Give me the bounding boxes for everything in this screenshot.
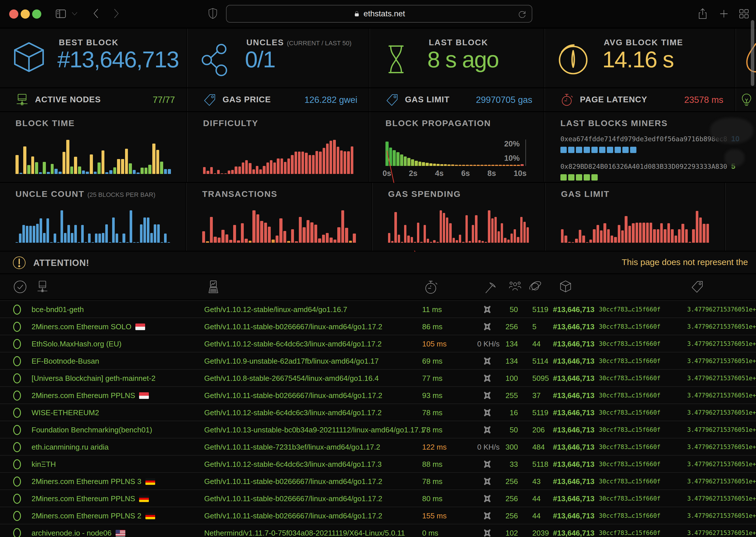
- bar: [299, 217, 302, 243]
- bar: [119, 242, 122, 243]
- node-pending: 5118: [532, 456, 548, 473]
- table-row[interactable]: 2Miners.com Ethereum PPLNSGeth/v1.10.11-…: [0, 386, 756, 403]
- node-latency: 80 ms: [422, 490, 443, 507]
- reload-button[interactable]: [517, 9, 527, 19]
- node-latency: 88 ms: [422, 456, 443, 473]
- bar: [22, 225, 25, 243]
- bar: [341, 210, 344, 243]
- node-total-difficulty: 3.477962715376051e+2: [687, 404, 756, 421]
- table-row[interactable]: 2Miners.com Ethereum PPLNSGeth/v1.10.11-…: [0, 489, 756, 507]
- table-row[interactable]: 2Miners.com Ethereum PPLNS 3Geth/v1.10.1…: [0, 472, 756, 489]
- bar: [347, 151, 350, 174]
- bar: [150, 233, 153, 243]
- node-name: Foundation Benchmarking(bench01): [31, 421, 152, 438]
- bar: [653, 229, 656, 243]
- table-row[interactable]: kinΞTHGeth/v1.10.12-stable-6c4dc6c3/linu…: [0, 455, 756, 472]
- bar: [440, 210, 442, 243]
- bar: [322, 235, 325, 243]
- block-propagation-panel: BLOCK PROPAGATION 20% 10% 0s 2s 4s 6s 8s…: [369, 112, 544, 182]
- new-tab-button[interactable]: [718, 7, 730, 21]
- peers-column-icon[interactable]: [507, 279, 523, 294]
- chevron-down-icon[interactable]: [71, 11, 78, 17]
- close-window-button[interactable]: [9, 10, 18, 19]
- table-row[interactable]: 2Miners.com Ethereum PPLNS 2Geth/v1.10.1…: [0, 507, 756, 524]
- uptime-panel-partial: [735, 88, 756, 111]
- bar: [527, 227, 529, 243]
- node-block-hash: 30ccf783…c15f660f: [599, 318, 660, 335]
- table-row[interactable]: archivenode.io - node06Nethermind/v1.11.…: [0, 524, 756, 537]
- client-column-icon[interactable]: [206, 279, 221, 295]
- table-row[interactable]: Foundation Benchmarking(bench01)Geth/v1.…: [0, 421, 756, 438]
- node-latency: 0 ms: [422, 524, 438, 537]
- bar: [203, 167, 206, 174]
- stopwatch-icon: [560, 93, 574, 107]
- bar: [156, 150, 159, 174]
- table-row[interactable]: 2Miners.com Ethereum SOLOGeth/v1.10.11-s…: [0, 317, 756, 335]
- bar: [164, 169, 167, 174]
- table-row[interactable]: eth.icanmining.ru aridiaGeth/v1.10.11-st…: [0, 438, 756, 455]
- forward-button[interactable]: [110, 7, 123, 20]
- bar: [498, 231, 500, 243]
- back-button[interactable]: [89, 7, 103, 20]
- bar: [475, 215, 477, 243]
- node-peers: 256: [488, 473, 518, 490]
- miner-entry[interactable]: 0x829BD824B016326A401d083B33D092293333A8…: [560, 162, 744, 181]
- privacy-shield-icon[interactable]: [207, 7, 219, 20]
- node-status-cell: [13, 335, 21, 352]
- mining-column-icon[interactable]: [483, 279, 498, 295]
- latency-column-icon[interactable]: [424, 279, 439, 295]
- table-row[interactable]: WISE-ETHEREUM2Geth/v1.10.12-stable-6c4dc…: [0, 403, 756, 421]
- zoom-window-button[interactable]: [32, 10, 41, 19]
- node-latency: 78 ms: [422, 421, 443, 438]
- block-column-icon[interactable]: [558, 279, 573, 295]
- bar: [488, 165, 491, 166]
- node-block-number: #13,646,713: [553, 404, 595, 421]
- bar: [385, 142, 389, 166]
- node-peers: 255: [488, 387, 518, 404]
- bar: [572, 242, 574, 243]
- node-block-number: #13,646,713: [553, 318, 595, 335]
- address-bar[interactable]: ethstats.net: [226, 5, 532, 22]
- bar: [429, 163, 432, 166]
- tab-overview-button[interactable]: [738, 7, 750, 21]
- node-status-cell: [13, 473, 21, 490]
- scrollbar-thumb[interactable]: [751, 20, 754, 86]
- bar: [78, 166, 81, 174]
- share-button[interactable]: [696, 7, 709, 21]
- bar: [451, 164, 454, 166]
- bar: [140, 225, 143, 243]
- node-block-number: #13,646,713: [553, 352, 595, 370]
- table-row[interactable]: EthSolo.MaxHash.org (EU)Geth/v1.10.12-st…: [0, 335, 756, 352]
- node-pending: 44: [532, 507, 541, 524]
- node-status-icon: [13, 356, 21, 366]
- status-check-circle-icon[interactable]: [13, 279, 27, 294]
- sidebar-toggle-icon[interactable]: [54, 7, 68, 21]
- node-peers: 50: [488, 301, 518, 318]
- bar: [706, 224, 709, 243]
- bar: [256, 214, 259, 243]
- bar: [16, 242, 18, 243]
- node-block-hash: 30ccf783…c15f660f: [599, 370, 660, 387]
- bar: [288, 158, 290, 174]
- bar: [568, 242, 571, 243]
- minimize-window-button[interactable]: [21, 10, 30, 19]
- table-row[interactable]: bce-bnd01-gethGeth/v1.10.12-stable/linux…: [0, 300, 756, 317]
- node-status-cell: [13, 352, 21, 370]
- bar: [50, 242, 53, 243]
- bar: [411, 159, 414, 166]
- bar: [202, 231, 205, 243]
- node-total-difficulty: 3.477962715376051e+2: [687, 352, 756, 370]
- avg-block-time-label: AVG BLOCK TIME: [604, 38, 683, 47]
- bar: [221, 173, 223, 174]
- bar: [330, 237, 333, 243]
- flag-us-icon: [115, 530, 125, 536]
- node-client-version: Geth/v1.10.11-stable-b0266667/linux-amd6…: [204, 507, 382, 524]
- pending-column-icon[interactable]: [527, 279, 543, 294]
- table-row[interactable]: [Universa Blockchain] geth-mainnet-2Geth…: [0, 369, 756, 386]
- node-column-icon[interactable]: [35, 279, 49, 294]
- difficulty-column-icon[interactable]: [690, 279, 704, 294]
- node-status-cell: [13, 524, 21, 537]
- ethstats-dashboard: { "browser": { "url": "ethstats.net" }, …: [0, 0, 756, 537]
- table-row[interactable]: EF-Bootnode-BusanGeth/v1.10.9-unstable-6…: [0, 352, 756, 369]
- gauge-icon: [555, 41, 591, 78]
